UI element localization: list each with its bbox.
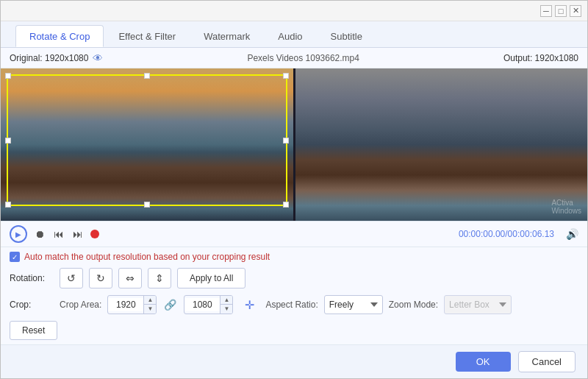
stop-button[interactable]: ⏺ — [33, 227, 46, 241]
time-display: 00:00:00.00/00:00:06.13 — [459, 229, 554, 239]
close-button[interactable]: ✕ — [570, 5, 581, 17]
tab-audio[interactable]: Audio — [265, 25, 315, 47]
ok-button[interactable]: OK — [456, 352, 511, 372]
aspect-ratio-select[interactable]: Freely 16:9 4:3 1:1 9:16 — [324, 295, 383, 314]
crop-handle-mr[interactable] — [283, 138, 289, 144]
play-button[interactable]: ▶ — [10, 225, 27, 243]
crop-handle-bl[interactable] — [5, 202, 11, 208]
video-thumb-right — [295, 68, 588, 221]
info-bar: Original: 1920x1080 👁 Pexels Videos 1093… — [1, 48, 587, 68]
crop-height-input-group: ▲ ▼ — [184, 295, 233, 314]
footer: OK Cancel — [1, 344, 587, 378]
zoom-mode-select[interactable]: Letter Box Pan & Scan Full — [444, 295, 512, 314]
original-resolution: Original: 1920x1080 — [10, 53, 88, 63]
crop-handle-ml[interactable] — [5, 138, 11, 144]
visibility-icon[interactable]: 👁 — [93, 52, 103, 64]
crop-label: Crop: — [10, 300, 54, 310]
flip-h-button[interactable]: ⇔ — [118, 268, 142, 288]
tab-subtitle[interactable]: Subtitle — [318, 25, 376, 47]
controls-bar: ▶ ⏺ ⏮ ⏭ 00:00:00.00/00:00:06.13 🔊 — [1, 221, 587, 247]
zoom-mode-label: Zoom Mode: — [389, 300, 438, 310]
cancel-button[interactable]: Cancel — [518, 351, 576, 372]
record-indicator — [90, 230, 99, 238]
auto-match-label: Auto match the output resolution based o… — [24, 252, 270, 262]
auto-match-checkbox[interactable]: ✓ — [10, 252, 20, 262]
ocean-scene-right — [295, 68, 588, 221]
tab-rotate-crop[interactable]: Rotate & Crop — [15, 25, 104, 47]
reset-row: Reset — [10, 321, 578, 340]
crop-handle-bc[interactable] — [144, 202, 150, 208]
crop-area-label: Crop Area: — [60, 300, 101, 310]
crop-height-down[interactable]: ▼ — [220, 305, 232, 314]
crop-overlay[interactable] — [7, 74, 287, 206]
maximize-button[interactable]: □ — [555, 5, 567, 17]
crop-row: Crop: Crop Area: ▲ ▼ 🔗 ▲ ▼ ✛ Aspect Rati… — [10, 294, 578, 315]
preview-right: ACtiva Windows — [293, 68, 588, 221]
crop-width-down[interactable]: ▼ — [144, 305, 156, 314]
tab-bar: Rotate & Crop Effect & Filter Watermark … — [1, 21, 587, 48]
crop-height-spinners: ▲ ▼ — [220, 296, 232, 314]
output-resolution: Output: 1920x1080 — [503, 53, 578, 63]
filename-label: Pexels Videos 1093662.mp4 — [103, 53, 503, 63]
flip-v-button[interactable]: ⇕ — [148, 268, 171, 288]
crop-width-input[interactable] — [108, 298, 143, 311]
crop-handle-br[interactable] — [283, 202, 289, 208]
crosshair-button[interactable]: ✛ — [239, 294, 259, 315]
crop-handle-tc[interactable] — [144, 73, 150, 79]
tab-effect-filter[interactable]: Effect & Filter — [105, 25, 189, 47]
bottom-panel: ✓ Auto match the output resolution based… — [1, 247, 587, 344]
aspect-ratio-label: Aspect Ratio: — [265, 300, 318, 310]
rotate-cw-button[interactable]: ↻ — [89, 268, 112, 288]
crop-height-up[interactable]: ▲ — [220, 296, 232, 305]
rotation-label: Rotation: — [10, 273, 54, 283]
minimize-button[interactable]: ─ — [540, 5, 552, 17]
next-frame-button[interactable]: ⏭ — [71, 227, 85, 241]
video-thumb-left — [1, 68, 293, 221]
info-left: Original: 1920x1080 👁 — [10, 52, 103, 64]
title-bar: ─ □ ✕ — [1, 1, 587, 21]
crop-handle-tl[interactable] — [5, 73, 11, 79]
apply-to-all-button[interactable]: Apply to All — [177, 268, 245, 288]
link-icon: 🔗 — [162, 297, 178, 312]
watermark-text: ACtiva Windows — [551, 199, 581, 215]
rotate-ccw-button[interactable]: ↺ — [60, 268, 83, 288]
preview-left — [1, 68, 293, 221]
crop-height-input[interactable] — [184, 298, 220, 311]
crop-width-up[interactable]: ▲ — [144, 296, 156, 305]
tab-watermark[interactable]: Watermark — [190, 25, 263, 47]
preview-area: ACtiva Windows — [1, 68, 587, 221]
crop-width-spinners: ▲ ▼ — [143, 296, 156, 314]
auto-match-row: ✓ Auto match the output resolution based… — [10, 252, 578, 262]
crop-width-input-group: ▲ ▼ — [107, 295, 157, 314]
reset-button[interactable]: Reset — [10, 321, 57, 340]
rotation-row: Rotation: ↺ ↻ ⇔ ⇕ Apply to All — [10, 268, 578, 288]
crop-handle-tr[interactable] — [283, 73, 289, 79]
prev-frame-button[interactable]: ⏮ — [52, 227, 65, 241]
volume-icon[interactable]: 🔊 — [566, 228, 578, 240]
main-window: ─ □ ✕ Rotate & Crop Effect & Filter Wate… — [0, 0, 588, 379]
